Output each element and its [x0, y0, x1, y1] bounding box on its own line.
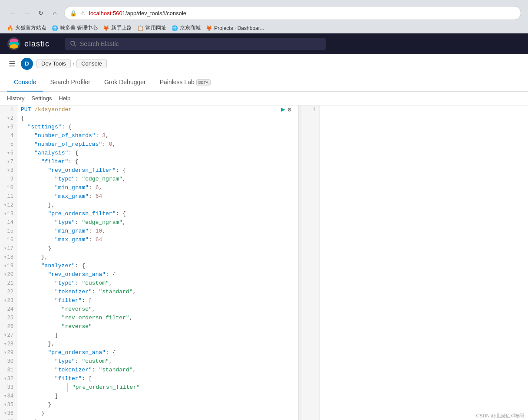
code-line-17: }	[21, 244, 295, 253]
svg-line-5	[74, 45, 76, 46]
user-avatar[interactable]: D	[21, 58, 33, 70]
response-panel: 1	[302, 105, 528, 420]
address-url: localhost:5601/app/dev_tools#/console	[89, 10, 515, 16]
breadcrumb-arrow: ›	[73, 60, 75, 68]
line-num-2: ▼2	[3, 114, 13, 123]
line-num-7: ▼7	[3, 158, 13, 166]
code-line-3: "settings": {	[21, 123, 295, 131]
code-line-35: }	[21, 400, 295, 409]
tab-grok-debugger[interactable]: Grok Debugger	[97, 73, 153, 92]
search-bar[interactable]	[65, 38, 326, 50]
line-num-5: 5	[3, 140, 13, 149]
bookmark-firefox[interactable]: 🦊新手上路	[103, 24, 132, 32]
editor-panel[interactable]: 1 ▼2 ▼3 4 5 ▼6 ▼7 ▼8 9 10 11 ▼12 ▼13 14 …	[0, 105, 299, 420]
code-line-36: }	[21, 409, 295, 418]
history-link[interactable]: History	[7, 93, 24, 103]
line-num-16: 16	[3, 236, 13, 244]
line-num-25: 25	[3, 314, 13, 322]
code-line-20: "rev_ordersn_ana": {	[21, 270, 295, 279]
code-line-15: "min_gram": 10,	[21, 227, 295, 236]
sub-header: ☰ D Dev Tools › Console	[0, 54, 528, 73]
code-line-4: "number_of_shards": 3,	[21, 131, 295, 140]
nav-buttons: ← → ↻ ⌂	[7, 7, 61, 19]
home-button[interactable]: ⌂	[49, 7, 61, 19]
bookmark-common[interactable]: 📋常用网址	[137, 24, 166, 32]
line-num-30: 30	[3, 357, 13, 366]
editor-settings-icon[interactable]: ⚙	[288, 105, 291, 114]
tab-console[interactable]: Console	[7, 73, 43, 92]
code-line-24: "reverse",	[21, 305, 295, 314]
bookmarks-bar: 🔥火狐官方站点 🌐味多美 管理中心 🦊新手上路 📋常用网址 🌐京东商城 🦊Pro…	[3, 23, 525, 33]
line-num-1: 1	[3, 105, 13, 114]
breadcrumb-dev-tools[interactable]: Dev Tools	[36, 59, 71, 68]
search-input[interactable]	[80, 40, 320, 47]
line-num-14: 14	[3, 218, 13, 227]
hamburger-button[interactable]: ☰	[7, 57, 17, 70]
code-line-19: "analyzer": {	[21, 262, 295, 270]
code-line-23: "filter": [	[21, 296, 295, 305]
footer: CSDN @北漠鱼邓杨哥	[473, 412, 528, 420]
search-icon	[70, 41, 76, 47]
editor-content[interactable]: 1 ▼2 ▼3 4 5 ▼6 ▼7 ▼8 9 10 11 ▼12 ▼13 14 …	[0, 105, 298, 420]
elastic-logo-text: elastic	[24, 39, 50, 49]
line-num-18: ▼18	[3, 253, 13, 262]
dev-tools-tabs: Console Search Profiler Grok Debugger Pa…	[0, 73, 528, 92]
line-num-15: 15	[3, 227, 13, 236]
tab-search-profiler[interactable]: Search Profiler	[43, 73, 97, 92]
forward-button[interactable]: →	[21, 7, 33, 19]
code-line-1: PUT /kdsysorder ▶ ⚙	[21, 105, 295, 114]
console-action-bar: History Settings Help	[0, 92, 528, 105]
code-line-28: },	[21, 340, 295, 348]
line-num-31: 31	[3, 366, 13, 374]
code-line-27: ]	[21, 331, 295, 340]
code-line-9: "type": "edge_ngram",	[21, 175, 295, 184]
line-num-24: 24	[3, 305, 13, 314]
line-num-11: 11	[3, 192, 13, 201]
beta-badge: BETA	[196, 79, 211, 85]
line-num-21: 21	[3, 279, 13, 288]
line-num-12: ▼12	[3, 201, 13, 210]
tab-painless-lab[interactable]: Painless LabBETA	[153, 73, 218, 92]
breadcrumb-console[interactable]: Console	[76, 59, 107, 68]
code-area[interactable]: PUT /kdsysorder ▶ ⚙ { "settings": { "num…	[17, 105, 298, 420]
response-content: 1	[302, 105, 528, 420]
bookmark-taste[interactable]: 🌐味多美 管理中心	[52, 24, 98, 32]
browser-chrome: ← → ↻ ⌂ 🔒 ⚠ localhost:5601/app/dev_tools…	[0, 0, 528, 33]
code-line-29: "pre_ordersn_ana": {	[21, 348, 295, 357]
back-button[interactable]: ←	[7, 7, 19, 19]
line-num-13: ▼13	[3, 210, 13, 218]
response-body	[320, 105, 528, 420]
code-line-10: "min_gram": 6,	[21, 184, 295, 192]
code-line-18: },	[21, 253, 295, 262]
line-num-6: ▼6	[3, 149, 13, 158]
code-line-16: "max_gram": 64	[21, 236, 295, 244]
line-num-32: ▼32	[3, 374, 13, 383]
bookmark-gitlab[interactable]: 🦊Projects · Dashboar...	[206, 25, 264, 31]
code-line-25: "rev_ordersn_filter",	[21, 314, 295, 322]
svg-point-3	[10, 44, 18, 49]
line-num-23: ▼23	[3, 296, 13, 305]
elastic-logo[interactable]: elastic	[7, 37, 50, 51]
settings-link[interactable]: Settings	[31, 93, 52, 103]
code-line-14: "type": "edge_ngram",	[21, 218, 295, 227]
address-bar[interactable]: 🔒 ⚠ localhost:5601/app/dev_tools#/consol…	[64, 6, 521, 20]
bookmark-jd[interactable]: 🌐京东商城	[172, 24, 201, 32]
code-line-8: "rev_ordersn_filter": {	[21, 166, 295, 175]
code-line-32: "filter": [	[21, 374, 295, 383]
bookmark-fire[interactable]: 🔥火狐官方站点	[7, 24, 46, 32]
panel-divider[interactable]: ⋮	[299, 105, 302, 420]
line-num-22: 22	[3, 288, 13, 296]
reload-button[interactable]: ↻	[35, 7, 47, 19]
line-num-20: ▼20	[3, 270, 13, 279]
elastic-logo-icon	[7, 37, 21, 51]
code-line-12: },	[21, 201, 295, 210]
address-url-path: /app/dev_tools#/console	[125, 10, 186, 16]
line-num-17: ▼17	[3, 244, 13, 253]
code-line-11: "max_gram": 64	[21, 192, 295, 201]
help-link[interactable]: Help	[59, 93, 70, 103]
footer-text: CSDN @北漠鱼邓杨哥	[476, 413, 525, 418]
line-num-19: ▼19	[3, 262, 13, 270]
run-button[interactable]: ▶	[281, 105, 285, 114]
line-num-27: ▼27	[3, 331, 13, 340]
code-line-7: "filter": {	[21, 158, 295, 166]
